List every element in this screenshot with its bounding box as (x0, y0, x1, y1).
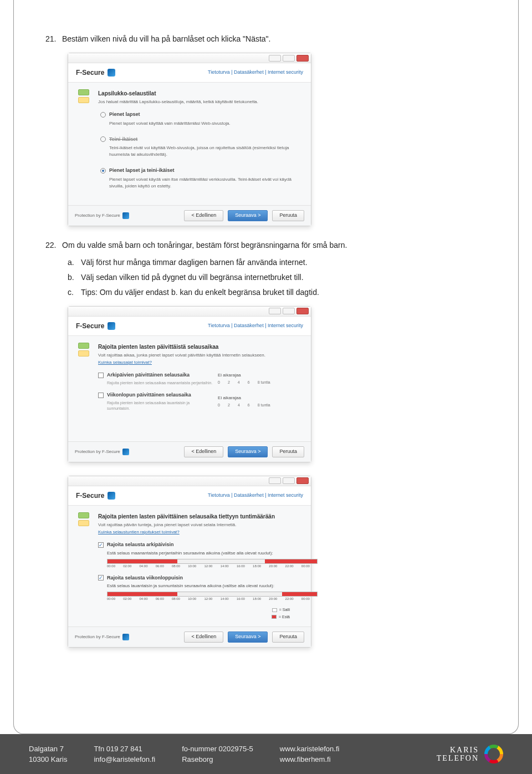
footer-logo: KARISTELEFON (437, 745, 503, 763)
page-border (13, 0, 519, 734)
radio-small-children[interactable] (100, 112, 106, 118)
close-button[interactable] (296, 308, 309, 314)
brand-text: F-Secure (76, 68, 104, 78)
brand: F-Secure (76, 491, 115, 501)
radio-both[interactable] (100, 168, 106, 174)
brand-icon (108, 492, 115, 500)
weekend-limit-checkbox[interactable] (98, 393, 104, 398)
footer-fo: fo-nummer 0202975-5Raseborg (182, 744, 253, 765)
weekday-limit-checkbox[interactable] (98, 373, 104, 378)
brand-icon (108, 322, 115, 330)
footer-phone: Tfn 019 27 841info@karistelefon.fi (94, 744, 155, 765)
logo-icon (484, 745, 503, 763)
close-button[interactable] (296, 55, 309, 62)
weekend-hours-checkbox[interactable] (98, 575, 104, 580)
close-button[interactable] (296, 477, 309, 484)
footer-web: www.karistelefon.fiwww.fiberhem.fi (280, 744, 340, 765)
brand-icon (108, 69, 115, 77)
brand: F-Secure (76, 68, 115, 78)
brand: F-Secure (76, 321, 115, 331)
weekday-hours-checkbox[interactable] (98, 542, 104, 548)
footer-address: Dalgatan 710300 Karis (29, 744, 67, 765)
page-footer: Dalgatan 710300 Karis Tfn 019 27 841info… (0, 734, 532, 774)
